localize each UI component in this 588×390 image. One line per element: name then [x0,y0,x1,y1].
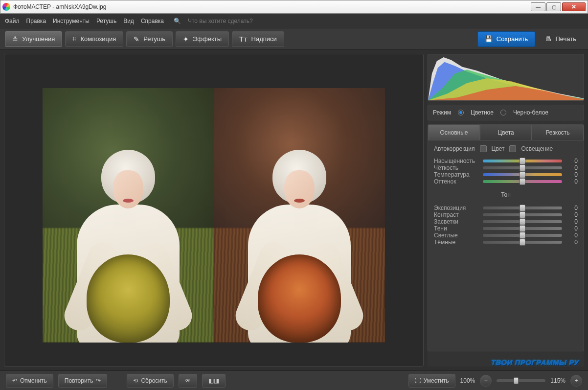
slider-label: Засветки [434,218,478,225]
tab-label: Надписи [251,35,277,43]
mode-color-radio[interactable] [458,110,464,115]
autocorrect-row: Автокоррекция Цвет Освещение [434,145,578,152]
slider-label: Чёткость [434,164,478,171]
slider-label: Светлые [434,232,478,239]
auto-color-label[interactable]: Цвет [492,145,505,152]
print-button[interactable]: 🖶Печать [538,31,583,47]
slider-value: 0 [567,218,578,225]
slider-row-Контраст: Контраст0 [434,211,578,218]
slider-track[interactable] [483,180,562,183]
slider-value: 0 [567,211,578,218]
eye-icon: 👁 [185,377,191,384]
subtab-sharpness[interactable]: Резкость [532,125,584,140]
undo-button[interactable]: ↶Отменить [6,374,53,388]
slider-value: 0 [567,171,578,178]
slider-label: Оттенок [434,178,478,185]
canvas-area[interactable] [4,54,424,367]
slider-thumb[interactable] [520,205,525,211]
zoom-in-button[interactable]: + [570,375,582,387]
slider-track[interactable] [483,160,562,162]
menu-help[interactable]: Справка [141,18,164,24]
slider-thumb[interactable] [520,158,525,164]
tab-text[interactable]: TᴛНадписи [232,31,284,47]
mode-bw-radio[interactable] [500,110,506,115]
fit-button[interactable]: ⛶Уместить [408,374,455,388]
slider-track[interactable] [483,227,562,230]
tone-title: Тон [434,190,578,199]
slider-track[interactable] [483,213,562,216]
watermark: ТВОИ ПРОГРАММЫ РУ [428,355,584,367]
app-title: ФотоМАСТЕР - amNskXA9gDw.jpg [13,3,106,10]
slider-row-Светлые: Светлые0 [434,232,578,239]
print-icon: 🖶 [545,35,551,43]
slider-track[interactable] [483,220,562,223]
slider-thumb[interactable] [520,164,525,171]
slider-thumb[interactable] [520,225,525,232]
tool-tabs: ≛Улучшения ⌗Композиция ✎Ретушь ✦Эффекты … [0,28,588,50]
slider-thumb[interactable] [520,218,525,225]
app-icon [2,3,10,11]
menu-tools[interactable]: Инструменты [53,18,90,24]
subtab-colors[interactable]: Цвета [480,125,532,140]
redo-button[interactable]: Повторить↷ [58,374,108,388]
subtabs: Основные Цвета Резкость [428,125,584,140]
slider-thumb[interactable] [520,239,525,246]
tab-retouch[interactable]: ✎Ретушь [126,31,173,47]
preview-toggle[interactable]: 👁 [179,374,197,388]
text-icon: Tᴛ [239,35,248,43]
tab-label: Ретушь [143,35,165,43]
slider-track[interactable] [483,206,562,209]
slider-row-Тени: Тени0 [434,225,578,232]
slider-row-Чёткость: Чёткость0 [434,164,578,171]
fit-icon: ⛶ [415,377,421,384]
subtab-basic[interactable]: Основные [428,125,480,140]
menu-retouch[interactable]: Ретушь [96,18,116,24]
histogram [428,54,584,101]
mode-color-label[interactable]: Цветное [471,109,494,116]
menu-edit[interactable]: Правка [26,18,46,24]
slider-thumb[interactable] [520,171,525,178]
save-icon: 💾 [485,35,493,43]
zoom-percent: 115% [550,377,565,384]
mode-row: Режим Цветное Черно-белое [428,105,584,120]
slider-label: Температура [434,171,478,178]
slider-thumb[interactable] [520,232,525,239]
slider-row-Температура: Температура0 [434,171,578,178]
window-minimize-button[interactable]: — [531,2,545,11]
auto-light-label[interactable]: Освещение [521,145,553,152]
menu-view[interactable]: Вид [123,18,134,24]
redo-icon: ↷ [96,377,101,384]
reset-button[interactable]: ⟲Сбросить [127,374,173,388]
save-label: Сохранить [497,35,528,43]
slider-value: 0 [567,232,578,239]
slider-label: Экспозиция [434,205,478,211]
slider-track[interactable] [483,234,562,237]
slider-thumb[interactable] [520,211,525,218]
right-panel: Режим Цветное Черно-белое Основные Цвета… [428,54,584,367]
compare-toggle[interactable]: ◧◨ [202,374,226,388]
window-maximize-button[interactable]: ▢ [546,2,561,11]
slider-row-Засветки: Засветки0 [434,218,578,225]
tab-effects[interactable]: ✦Эффекты [176,31,229,47]
auto-color-checkbox[interactable] [480,145,487,152]
tab-composition[interactable]: ⌗Композиция [65,31,123,47]
slider-track[interactable] [483,241,562,244]
window-titlebar: ФотоМАСТЕР - amNskXA9gDw.jpg — ▢ ✕ [0,0,588,14]
mode-bw-label[interactable]: Черно-белое [513,109,548,116]
slider-track[interactable] [483,166,562,169]
zoom-out-button[interactable]: − [480,375,492,387]
window-close-button[interactable]: ✕ [562,2,586,11]
slider-track[interactable] [483,173,562,176]
zoom-slider[interactable] [497,379,545,382]
search-hint[interactable]: Что вы хотите сделать? [188,18,253,24]
menu-file[interactable]: Файл [5,18,20,24]
save-button[interactable]: 💾Сохранить [477,31,536,47]
slider-label: Контраст [434,211,478,218]
status-bar: ↶Отменить Повторить↷ ⟲Сбросить 👁 ◧◨ ⛶Уме… [0,370,588,390]
tab-enhance[interactable]: ≛Улучшения [5,31,62,47]
print-label: Печать [555,35,576,43]
compare-icon: ◧◨ [208,377,219,384]
slider-thumb[interactable] [520,178,525,185]
auto-light-checkbox[interactable] [509,145,516,152]
slider-value: 0 [567,205,578,211]
